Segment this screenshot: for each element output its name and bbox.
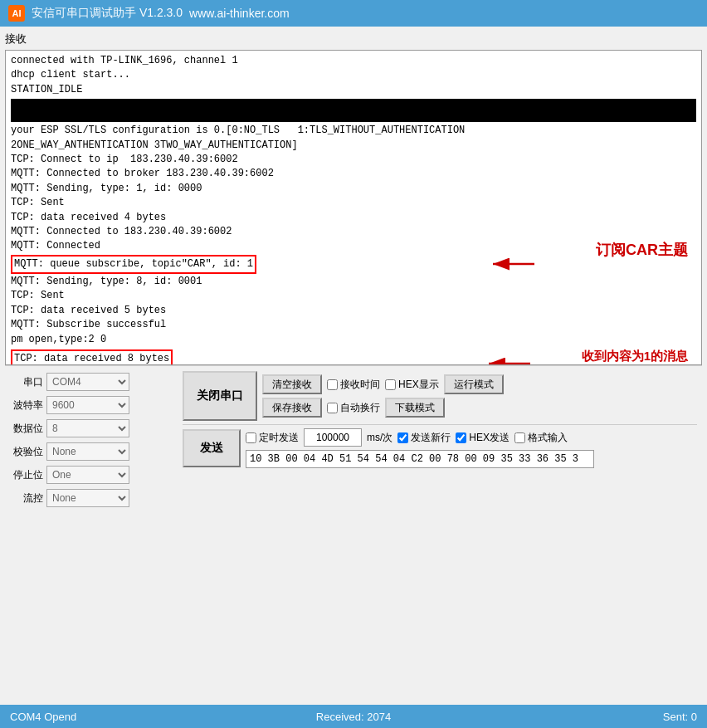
terminal-line: MQTT: Sending, type: 1, id: 0000 <box>11 182 696 196</box>
ms-unit-label: ms/次 <box>367 431 393 445</box>
flow-select[interactable]: None <box>46 489 129 507</box>
timed-send-checkbox-group: 定时发送 <box>246 431 299 445</box>
terminal-line: MQTT: Connected <box>11 239 696 253</box>
hex-display-checkbox[interactable] <box>385 379 396 390</box>
timed-send-checkbox[interactable] <box>246 432 256 443</box>
stop-bits-row: 停止位 One <box>10 464 176 486</box>
baud-rate-label: 波特率 <box>10 398 43 413</box>
timestamp-label: 接收时间 <box>340 378 380 392</box>
terminal-line: MQTT: Subscribe successful <box>11 318 696 332</box>
download-mode-button[interactable]: 下载模式 <box>385 398 445 418</box>
clear-receive-button[interactable]: 清空接收 <box>262 374 322 394</box>
hex-send-checkbox[interactable] <box>456 432 466 443</box>
send-section: 发送 定时发送 100000 ms/次 <box>183 424 697 471</box>
hex-display-label: HEX显示 <box>398 378 439 392</box>
stop-bits-select[interactable]: One <box>46 466 129 484</box>
website: www.ai-thinker.com <box>189 7 290 20</box>
baud-rate-row: 波特率 9600 <box>10 394 176 416</box>
save-receive-button[interactable]: 保存接收 <box>262 398 322 418</box>
top-controls-row: 关闭串口 清空接收 接收时间 HEX显示 <box>183 371 697 421</box>
serial-port-select[interactable]: COM4 <box>46 373 129 391</box>
run-mode-button[interactable]: 运行模式 <box>444 374 504 394</box>
auto-newline-checkbox[interactable] <box>327 403 338 413</box>
newline-checkbox[interactable] <box>397 432 408 443</box>
timed-send-input[interactable]: 100000 <box>304 428 362 447</box>
terminal-line: TCP: data received 5 bytes <box>11 304 696 318</box>
receive-area[interactable]: connected with TP-LINK_1696, channel 1 d… <box>5 50 702 365</box>
middle-section: 关闭串口 清空接收 接收时间 HEX显示 <box>183 371 697 471</box>
controls-wrapper: 串口 COM4 波特率 9600 数据位 8 <box>10 371 697 509</box>
terminal-line: connected with TP-LINK_1696, channel 1 <box>11 54 696 68</box>
received-count: Received: 2074 <box>239 711 468 723</box>
terminal-line: MQTT: Sending, type: 8, id: 0001 <box>11 275 696 289</box>
hex-display-checkbox-group: HEX显示 <box>385 378 439 392</box>
titlebar: AI 安信可串口调试助手 V1.2.3.0 www.ai-thinker.com <box>0 0 707 27</box>
port-status: COM4 Opend <box>10 711 239 723</box>
close-port-button[interactable]: 关闭串口 <box>183 371 257 421</box>
annotation-message: 收到内容为1的消息 <box>582 347 688 365</box>
format-input-checkbox-group: 格式输入 <box>514 431 568 445</box>
data-bits-row: 数据位 8 <box>10 418 176 439</box>
timed-send-label: 定时发送 <box>259 431 299 445</box>
terminal-line: dhcp client start... <box>11 68 696 82</box>
flow-label: 流控 <box>10 491 43 506</box>
format-input-label: 格式输入 <box>528 431 568 445</box>
serial-port-row: 串口 COM4 <box>10 371 176 393</box>
serial-settings: 串口 COM4 波特率 9600 数据位 8 <box>10 371 176 509</box>
terminal-line: 2ONE_WAY_ANTHENTICATION 3TWO_WAY_AUTHENT… <box>11 139 696 153</box>
top-actions: 清空接收 接收时间 HEX显示 运行模式 <box>262 374 504 394</box>
send-data-input[interactable] <box>246 450 594 468</box>
format-input-checkbox[interactable] <box>514 432 525 443</box>
main-area: 接收 connected with TP-LINK_1696, channel … <box>0 27 707 515</box>
hex-send-label: HEX发送 <box>469 431 510 445</box>
terminal-line: TCP: Sent <box>11 289 696 303</box>
send-button[interactable]: 发送 <box>183 429 241 467</box>
controls-panel: 串口 COM4 波特率 9600 数据位 8 <box>5 365 702 512</box>
highlight-subscribe: MQTT: queue subscribe, topic"CAR", id: 1 <box>11 255 256 274</box>
statusbar: COM4 Opend Received: 2074 Sent: 0 <box>0 705 707 728</box>
auto-newline-label: 自动换行 <box>340 401 380 415</box>
newline-label: 发送新行 <box>411 431 451 445</box>
action-buttons: 清空接收 接收时间 HEX显示 运行模式 <box>262 374 504 418</box>
serial-port-label: 串口 <box>10 375 43 389</box>
sent-count: Sent: 0 <box>468 711 697 723</box>
parity-row: 校验位 None <box>10 441 176 462</box>
parity-select[interactable]: None <box>46 442 129 461</box>
stop-bits-label: 停止位 <box>10 468 43 482</box>
send-options-row1: 定时发送 100000 ms/次 发送新行 HEX发 <box>246 428 594 447</box>
annotation-car: 订阅CAR主题 <box>596 239 688 261</box>
bottom-actions: 保存接收 自动换行 下载模式 <box>262 398 504 418</box>
app-icon: AI <box>8 5 25 22</box>
terminal-line: TCP: Connect to ip 183.230.40.39:6002 <box>11 153 696 167</box>
send-data-row <box>246 450 594 468</box>
terminal-line: MQTT: Connected to broker 183.230.40.39:… <box>11 167 696 181</box>
app-title: 安信可串口调试助手 V1.2.3.0 <box>32 6 183 21</box>
baud-rate-select[interactable]: 9600 <box>46 396 129 414</box>
terminal-line: TCP: Sent <box>11 196 696 210</box>
send-settings-row: 发送 定时发送 100000 ms/次 <box>183 428 697 468</box>
parity-label: 校验位 <box>10 445 43 459</box>
terminal-line: your ESP SSL/TLS configuration is 0.[0:N… <box>11 124 696 138</box>
highlight-data-received: TCP: data received 8 bytes <box>11 349 173 365</box>
hex-send-checkbox-group: HEX发送 <box>456 431 510 445</box>
auto-newline-checkbox-group: 自动换行 <box>327 401 380 415</box>
arrow-icon <box>489 256 539 277</box>
arrow2-icon <box>485 355 534 365</box>
terminal-line: STATION_IDLE <box>11 83 696 97</box>
data-bits-label: 数据位 <box>10 422 43 436</box>
timestamp-checkbox-group: 接收时间 <box>327 378 380 392</box>
terminal-line: MQTT: Connected to 183.230.40.39:6002 <box>11 225 696 239</box>
receive-label: 接收 <box>5 30 702 48</box>
newline-checkbox-group: 发送新行 <box>397 431 451 445</box>
send-options: 定时发送 100000 ms/次 发送新行 HEX发 <box>246 428 594 468</box>
black-bar <box>11 99 696 122</box>
data-bits-select[interactable]: 8 <box>46 419 129 437</box>
timestamp-checkbox[interactable] <box>327 379 338 390</box>
flow-row: 流控 None <box>10 487 176 509</box>
terminal-line: TCP: data received 4 bytes <box>11 211 696 225</box>
terminal-line: pm open,type:2 0 <box>11 333 696 347</box>
